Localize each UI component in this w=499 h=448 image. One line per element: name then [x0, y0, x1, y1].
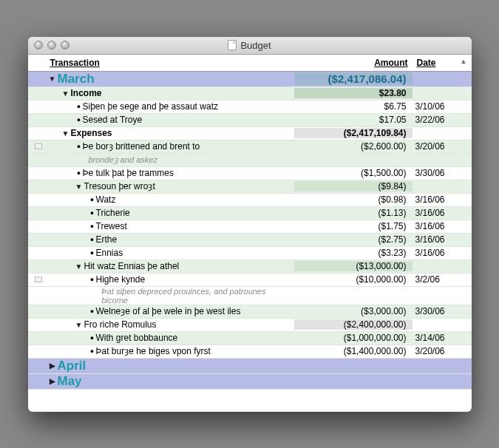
- header-date-label: Date: [417, 58, 436, 68]
- item-amount: ($0.98): [294, 194, 413, 205]
- item-label: Hit watz Ennias þe athel: [84, 261, 180, 271]
- item-label: Þe tulk þat þe trammes: [83, 168, 174, 178]
- item-label: Highe kynde: [96, 274, 146, 285]
- disclosure-down-icon[interactable]: ▼: [75, 321, 83, 329]
- item-label: Erthe: [96, 234, 118, 245]
- category-row-income[interactable]: ▼ Income $23.80: [28, 87, 472, 101]
- month-label: May: [58, 374, 82, 389]
- item-label: Ennias: [96, 248, 123, 258]
- item-date: 3/10/06: [413, 101, 472, 112]
- month-total: ($2,417,086.04): [294, 72, 413, 85]
- month-row-march[interactable]: ▼ March ($2,417,086.04): [28, 72, 472, 87]
- item-label: Welneȝe of al þe wele in þe west iles: [96, 306, 241, 316]
- item-label: Trewest: [96, 221, 127, 231]
- disclosure-right-icon[interactable]: ▶: [49, 362, 56, 370]
- item-date: 3/22/06: [413, 115, 472, 125]
- item-amount: ($3.23): [294, 248, 413, 258]
- bullet-icon: ●: [89, 276, 96, 283]
- item-date: 3/20/06: [413, 141, 472, 152]
- disclosure-right-icon[interactable]: ▶: [49, 377, 56, 385]
- item-label: Tricherie: [96, 208, 130, 218]
- list-item[interactable]: ●Watz($0.98)3/16/06: [28, 194, 472, 207]
- group-row[interactable]: ▼Fro riche Romulus ($2,400,000.00): [28, 319, 472, 332]
- item-label: Þat burȝe he biges vpon fyrst: [96, 346, 211, 356]
- item-amount: ($10,000.00): [294, 274, 413, 285]
- item-label: With gret bobbaunce: [96, 333, 178, 343]
- month-row-april[interactable]: ▶April: [28, 359, 472, 374]
- bullet-icon: ●: [75, 169, 83, 177]
- item-amount: ($2,600.00): [294, 141, 413, 152]
- item-amount: ($1.13): [294, 208, 413, 218]
- bullet-icon: ●: [89, 249, 96, 257]
- item-amount: ($2,400,000.00): [294, 319, 413, 330]
- list-item[interactable]: ●Trewest($1.75)3/16/06: [28, 220, 472, 234]
- item-label: Siþen þe sege and þe assaut watz: [83, 101, 218, 112]
- bullet-icon: ●: [89, 236, 96, 243]
- category-total: ($2,417,109.84): [294, 128, 413, 138]
- group-row[interactable]: ▼Hit watz Ennias þe athel ($13,000.00): [28, 260, 472, 274]
- item-label: Fro riche Romulus: [84, 319, 157, 330]
- item-amount: ($1,000,000.00): [294, 333, 413, 343]
- list-item[interactable]: ●Highe kynde ($10,000.00) 3/2/06: [28, 274, 472, 287]
- item-label: Tresoun þer wroȝt: [84, 181, 155, 191]
- item-note: brondeȝ and askez: [49, 155, 294, 165]
- list-item[interactable]: ●With gret bobbaunce($1,000,000.00)3/14/…: [28, 332, 472, 345]
- item-amount: ($1,400,000.00): [294, 346, 413, 356]
- sort-ascending-icon: ▲: [461, 58, 467, 65]
- item-amount: ($2.75): [294, 234, 413, 245]
- item-label: Þe borȝ brittened and brent to: [83, 141, 200, 152]
- outline-rows: ▼ March ($2,417,086.04) ▼ Income $23.80 …: [28, 72, 472, 412]
- list-item[interactable]: ●Þe tulk þat þe trammes ($1,500.00) 3/30…: [28, 167, 472, 180]
- bullet-icon: ●: [75, 143, 83, 150]
- item-date: 3/16/06: [413, 221, 472, 231]
- disclosure-down-icon[interactable]: ▼: [75, 262, 83, 271]
- group-row[interactable]: ▼Tresoun þer wroȝt ($9.84): [28, 180, 472, 194]
- column-headers: Transaction Amount Date ▲: [28, 55, 472, 72]
- titlebar[interactable]: Budget: [28, 37, 472, 55]
- disclosure-down-icon[interactable]: ▼: [75, 183, 83, 191]
- month-row-may[interactable]: ▶May: [28, 374, 472, 390]
- bullet-icon: ●: [75, 103, 83, 110]
- list-item[interactable]: ●Erthe($2.75)3/16/06: [28, 234, 472, 247]
- month-label: March: [58, 72, 95, 86]
- bullet-icon: ●: [89, 347, 96, 355]
- header-transaction[interactable]: Transaction: [28, 55, 294, 71]
- bullet-icon: ●: [89, 196, 96, 203]
- list-item[interactable]: ●Welneȝe of al þe wele in þe west iles($…: [28, 305, 472, 319]
- item-date: 3/16/06: [413, 194, 472, 205]
- category-row-expenses[interactable]: ▼ Expenses ($2,417,109.84): [28, 127, 472, 140]
- item-amount: $17.05: [294, 115, 413, 125]
- item-date: 3/30/06: [413, 306, 472, 316]
- item-date: 3/16/06: [413, 234, 472, 245]
- list-item[interactable]: ●Þe borȝ brittened and brent to ($2,600.…: [28, 140, 472, 154]
- item-label: Sesed at Troye: [83, 115, 143, 125]
- note-row: Þat siþen depreced prouinces, and patrou…: [28, 287, 472, 305]
- category-total: $23.80: [294, 88, 413, 98]
- list-item[interactable]: ●Þat burȝe he biges vpon fyrst($1,400,00…: [28, 345, 472, 359]
- disclosure-down-icon[interactable]: ▼: [62, 89, 69, 98]
- item-date: 3/20/06: [413, 346, 472, 356]
- item-note: Þat siþen depreced prouinces, and patrou…: [49, 287, 294, 305]
- bullet-icon: ●: [75, 116, 83, 123]
- bullet-icon: ●: [89, 334, 96, 342]
- list-item[interactable]: ●Siþen þe sege and þe assaut watz $6.75 …: [28, 101, 472, 114]
- list-item[interactable]: ●Sesed at Troye $17.05 3/22/06: [28, 114, 472, 127]
- item-date: 3/16/06: [413, 248, 472, 258]
- item-amount: ($1,500.00): [294, 168, 413, 178]
- item-amount: ($13,000.00): [294, 261, 413, 271]
- disclosure-down-icon[interactable]: ▼: [62, 129, 69, 138]
- note-icon: [35, 276, 42, 282]
- list-item[interactable]: ●Ennias($3.23)3/16/06: [28, 247, 472, 260]
- header-date[interactable]: Date ▲: [413, 55, 472, 71]
- bullet-icon: ●: [89, 308, 96, 315]
- list-item[interactable]: ●Tricherie($1.13)3/16/06: [28, 207, 472, 220]
- item-label: Watz: [96, 194, 116, 205]
- header-amount[interactable]: Amount: [294, 55, 413, 71]
- item-amount: $6.75: [294, 101, 413, 112]
- window-title-text: Budget: [240, 40, 271, 51]
- note-icon: [35, 143, 42, 149]
- item-date: 3/2/06: [413, 274, 472, 285]
- disclosure-down-icon[interactable]: ▼: [49, 75, 56, 83]
- month-label: April: [58, 359, 86, 373]
- category-label: Income: [71, 88, 102, 98]
